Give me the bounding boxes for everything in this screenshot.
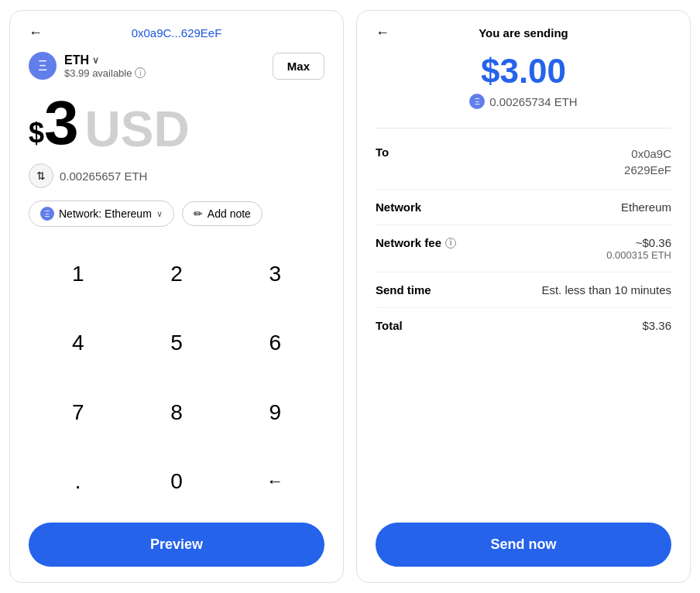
key-backspace[interactable]: ←: [226, 447, 324, 517]
key-0[interactable]: 0: [127, 447, 225, 517]
wallet-address[interactable]: 0x0a9C...629EeF: [132, 26, 222, 39]
send-time-value: Est. less than 10 minutes: [541, 283, 671, 296]
token-selector[interactable]: Ξ ETH ∨ $3.99 available i: [29, 52, 146, 80]
network-row: Network Ethereum: [376, 190, 671, 225]
key-3[interactable]: 3: [226, 239, 324, 309]
network-chevron-icon: ∨: [156, 209, 163, 219]
fee-value: ~$0.36: [606, 236, 671, 249]
dollar-sign: $: [29, 117, 44, 149]
fee-row: Network fee i ~$0.36 0.000315 ETH: [376, 225, 671, 273]
key-5[interactable]: 5: [127, 309, 225, 379]
network-value: Ethereum: [621, 201, 671, 214]
total-value: $3.36: [642, 319, 671, 332]
sending-eth-row: Ξ 0.00265734 ETH: [376, 94, 671, 109]
amount-number: 3: [44, 92, 79, 154]
send-panel: ← 0x0a9C...629EeF Ξ ETH ∨ $3.99 availabl…: [9, 10, 344, 583]
token-dropdown-icon[interactable]: ∨: [92, 55, 99, 66]
fee-info-icon[interactable]: i: [445, 238, 456, 249]
network-label: Network: [376, 201, 421, 214]
token-row: Ξ ETH ∨ $3.99 available i Max: [29, 52, 324, 80]
key-dot[interactable]: .: [29, 447, 127, 517]
token-info: ETH ∨ $3.99 available i: [64, 53, 146, 79]
total-label: Total: [376, 319, 403, 332]
token-name-row: ETH ∨: [64, 53, 146, 67]
sending-eth-icon: Ξ: [469, 94, 485, 109]
network-eth-icon: Ξ: [40, 207, 54, 221]
add-note-button[interactable]: ✏ Add note: [182, 201, 262, 226]
preview-button[interactable]: Preview: [29, 523, 324, 567]
confirm-panel: ← You are sending $3.00 Ξ 0.00265734 ETH…: [356, 10, 691, 583]
right-header: ← You are sending: [376, 26, 671, 39]
send-time-label: Send time: [376, 283, 431, 296]
key-8[interactable]: 8: [127, 378, 225, 447]
key-2[interactable]: 2: [127, 239, 225, 309]
left-header: ← 0x0a9C...629EeF: [29, 26, 324, 39]
key-7[interactable]: 7: [29, 378, 127, 447]
key-9[interactable]: 9: [226, 378, 324, 447]
transaction-details: To 0x0a9C 2629EeF Network Ethereum Netwo…: [376, 135, 671, 523]
to-row: To 0x0a9C 2629EeF: [376, 135, 671, 190]
eth-logo-icon: Ξ: [29, 52, 57, 80]
send-time-row: Send time Est. less than 10 minutes: [376, 273, 671, 308]
amount-display: $ 3 USD: [29, 92, 324, 154]
eth-equiv-amount: 0.00265657 ETH: [60, 170, 147, 183]
sending-eth-amount: 0.00265734 ETH: [489, 95, 577, 108]
swap-currency-button[interactable]: ⇅: [29, 163, 53, 188]
numpad: 1 2 3 4 5 6 7 8 9 . 0 ←: [29, 239, 324, 516]
max-button[interactable]: Max: [273, 53, 324, 80]
fee-eth: 0.000315 ETH: [606, 249, 671, 261]
right-header-title: You are sending: [479, 26, 568, 39]
options-row: Ξ Network: Ethereum ∨ ✏ Add note: [29, 201, 324, 227]
key-1[interactable]: 1: [29, 239, 127, 309]
pencil-icon: ✏: [194, 207, 203, 220]
note-label: Add note: [208, 207, 251, 220]
network-label: Network: Ethereum: [59, 207, 152, 220]
token-balance: $3.99 available i: [64, 67, 146, 79]
sending-usd-amount: $3.00: [376, 52, 671, 91]
sending-amount-section: $3.00 Ξ 0.00265734 ETH: [376, 52, 671, 109]
balance-info-icon[interactable]: i: [135, 67, 146, 78]
fee-label: Network fee i: [376, 236, 456, 249]
total-row: Total $3.36: [376, 308, 671, 343]
token-symbol: ETH: [64, 53, 89, 67]
to-label: To: [376, 146, 389, 159]
left-back-button[interactable]: ←: [29, 25, 43, 41]
network-selector-button[interactable]: Ξ Network: Ethereum ∨: [29, 201, 174, 227]
key-4[interactable]: 4: [29, 309, 127, 379]
key-6[interactable]: 6: [226, 309, 324, 379]
eth-equiv-row: ⇅ 0.00265657 ETH: [29, 163, 324, 188]
to-address: 0x0a9C 2629EeF: [624, 146, 671, 178]
amount-currency: USD: [85, 105, 190, 154]
send-now-button[interactable]: Send now: [376, 523, 671, 567]
divider: [376, 128, 671, 129]
right-back-button[interactable]: ←: [376, 25, 389, 41]
